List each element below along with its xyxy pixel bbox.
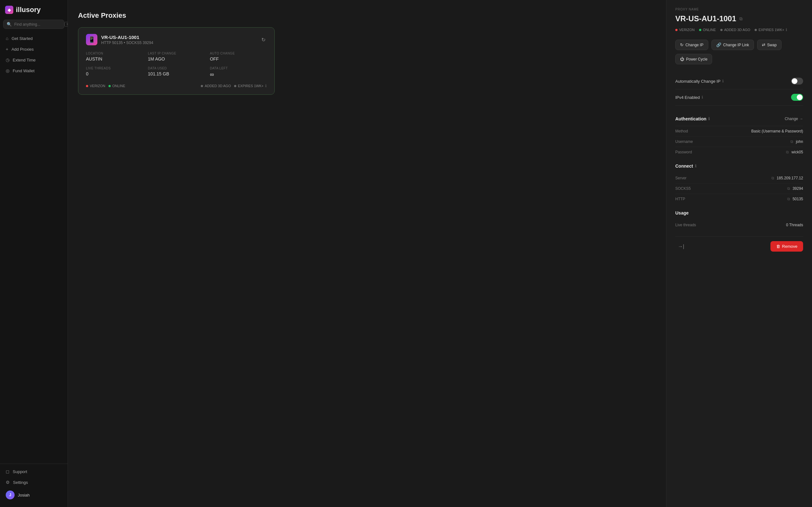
auto-change-ip-text: Automatically Change IP: [675, 79, 720, 83]
auth-username-row: Username ⧉ john: [675, 136, 803, 147]
auto-change-ip-toggle[interactable]: [791, 78, 803, 84]
sidebar-nav: ⌂ Get Started + Add Proxies ◷ Extend Tim…: [0, 32, 67, 464]
stat-auto-change-value: OFF: [210, 56, 267, 61]
remove-icon: 🗑: [776, 244, 780, 249]
proxy-card-header: 📱 VR-US-AU1-1001 HTTP 50135 • SOCKS5 392…: [86, 34, 267, 45]
copy-socks5-button[interactable]: ⧉: [787, 186, 790, 191]
stat-data-used-label: DATA USED: [148, 66, 205, 70]
wallet-icon: ◎: [6, 68, 9, 73]
auth-username-text: john: [796, 139, 803, 144]
copy-username-button[interactable]: ⧉: [791, 139, 793, 144]
auth-password-row: Password ⧉ wick05: [675, 147, 803, 157]
connect-title: Connect ℹ: [675, 164, 803, 169]
panel-added-label: ADDED 3D AGO: [724, 28, 751, 32]
action-buttons-row2: ⏻ Power Cycle: [675, 54, 803, 64]
change-ip-link-label: Change IP Link: [723, 43, 749, 47]
panel-badge-expires: EXPIRES 1WK+ ℹ: [755, 27, 787, 32]
plus-icon: +: [6, 47, 8, 52]
ipv4-enabled-label: IPv4 Enabled ℹ: [675, 95, 703, 100]
sidebar-item-label: Get Started: [11, 36, 32, 41]
page-title: Active Proxies: [78, 11, 656, 20]
stat-location-value: AUSTIN: [86, 56, 143, 61]
action-buttons-row1: ↻ Change IP 🔗 Change IP Link ⇄ Swap: [675, 40, 803, 50]
panel-added-dot: [720, 29, 722, 31]
sidebar-item-support[interactable]: ◻ Support: [3, 466, 65, 476]
copy-http-button[interactable]: ⧉: [787, 197, 790, 201]
badge-verizon: VERIZON: [86, 84, 105, 88]
panel-expires-dot: [755, 29, 757, 31]
connect-info-icon[interactable]: ℹ: [695, 164, 697, 168]
auto-change-ip-row: Automatically Change IP ℹ: [675, 73, 803, 89]
sidebar-item-label: Add Proxies: [11, 47, 34, 52]
proxy-card-badges: VERIZON ONLINE: [86, 84, 125, 88]
swap-button[interactable]: ⇄ Swap: [757, 40, 781, 50]
ipv4-enabled-toggle[interactable]: [791, 94, 803, 101]
connect-server-key: Server: [675, 176, 687, 180]
ipv4-info-icon[interactable]: ℹ: [702, 95, 703, 100]
change-ip-link-button[interactable]: 🔗 Change IP Link: [711, 40, 754, 50]
change-ip-label: Change IP: [686, 43, 704, 47]
sidebar-item-settings[interactable]: ⚙ Settings: [3, 477, 65, 487]
change-ip-button[interactable]: ↻ Change IP: [675, 40, 708, 50]
copy-proxy-name-button[interactable]: ⧉: [740, 16, 743, 21]
usage-title-text: Usage: [675, 210, 689, 216]
stat-data-left-value: ∞: [210, 71, 267, 78]
sidebar-item-get-started[interactable]: ⌂ Get Started: [3, 33, 65, 43]
stat-data-left: DATA LEFT ∞: [210, 66, 267, 78]
stat-threads-value: 0: [86, 71, 143, 76]
timer-icon: ◷: [6, 57, 9, 62]
refresh-button[interactable]: ↻: [260, 36, 267, 44]
expires-dot: [234, 85, 236, 87]
copy-server-button[interactable]: ⧉: [771, 176, 774, 180]
connect-http-row: HTTP ⧉ 50135: [675, 194, 803, 204]
panel-proxy-name: VR-US-AU1-1001 ⧉: [675, 14, 803, 23]
search-input[interactable]: [14, 22, 62, 26]
copy-password-button[interactable]: ⧉: [786, 150, 789, 154]
usage-title: Usage: [675, 210, 803, 216]
stat-auto-change: AUTO CHANGE OFF: [210, 52, 267, 61]
auth-password-val: ⧉ wick05: [786, 150, 803, 154]
authentication-section: Authentication ℹ Change → Method Basic (…: [675, 112, 803, 157]
power-icon: ⏻: [680, 57, 684, 61]
search-icon: 🔍: [7, 22, 12, 26]
authentication-title: Authentication ℹ: [675, 116, 710, 121]
added-label: ADDED 3D AGO: [205, 84, 231, 88]
stat-last-ip-label: LAST IP CHANGE: [148, 52, 205, 55]
panel-online-dot: [699, 29, 701, 31]
badge-added: ADDED 3D AGO: [201, 84, 231, 88]
usage-threads-val: 0 Threads: [786, 223, 803, 227]
expires-info-icon[interactable]: ℹ: [265, 83, 267, 88]
stat-last-ip: LAST IP CHANGE 1M AGO: [148, 52, 205, 61]
search-bar[interactable]: 🔍 ⌘K: [3, 20, 64, 29]
power-cycle-button[interactable]: ⏻ Power Cycle: [675, 54, 712, 64]
stat-location: LOCATION AUSTIN: [86, 52, 143, 61]
collapse-panel-button[interactable]: →|: [675, 242, 687, 250]
swap-label: Swap: [767, 43, 777, 47]
power-cycle-label: Power Cycle: [686, 57, 707, 61]
sidebar-item-add-proxies[interactable]: + Add Proxies: [3, 44, 65, 54]
verizon-dot: [86, 85, 88, 87]
authentication-title-text: Authentication: [675, 116, 706, 121]
stat-threads-label: LIVE THREADS: [86, 66, 143, 70]
authentication-change-link[interactable]: Change →: [785, 117, 803, 121]
swap-icon: ⇄: [762, 43, 765, 47]
sidebar-item-label: Fund Wallet: [13, 68, 35, 73]
expires-label: EXPIRES 1WK+: [238, 84, 264, 88]
sidebar-item-extend-time[interactable]: ◷ Extend Time: [3, 55, 65, 65]
sidebar-bottom: ◻ Support ⚙ Settings J Josiah: [0, 464, 67, 507]
auto-change-ip-info-icon[interactable]: ℹ: [722, 79, 724, 83]
sidebar-item-fund-wallet[interactable]: ◎ Fund Wallet: [3, 66, 65, 76]
added-dot: [201, 85, 203, 87]
authentication-info-icon[interactable]: ℹ: [708, 117, 710, 121]
online-dot: [108, 85, 111, 87]
remove-proxy-button[interactable]: 🗑 Remove: [770, 241, 803, 251]
connect-http-val: ⧉ 50135: [787, 197, 803, 201]
proxy-card-icon: 📱: [86, 34, 97, 45]
panel-online-label: ONLINE: [703, 28, 716, 32]
stat-data-used-value: 101.15 GB: [148, 71, 205, 76]
logo-area: ◆ illusory: [0, 0, 67, 18]
panel-badges: VERIZON ONLINE ADDED 3D AGO EXPIRES 1WK+…: [675, 27, 803, 32]
user-row[interactable]: J Josiah: [3, 488, 65, 502]
user-name: Josiah: [18, 493, 30, 498]
panel-expires-info-icon[interactable]: ℹ: [786, 27, 787, 32]
